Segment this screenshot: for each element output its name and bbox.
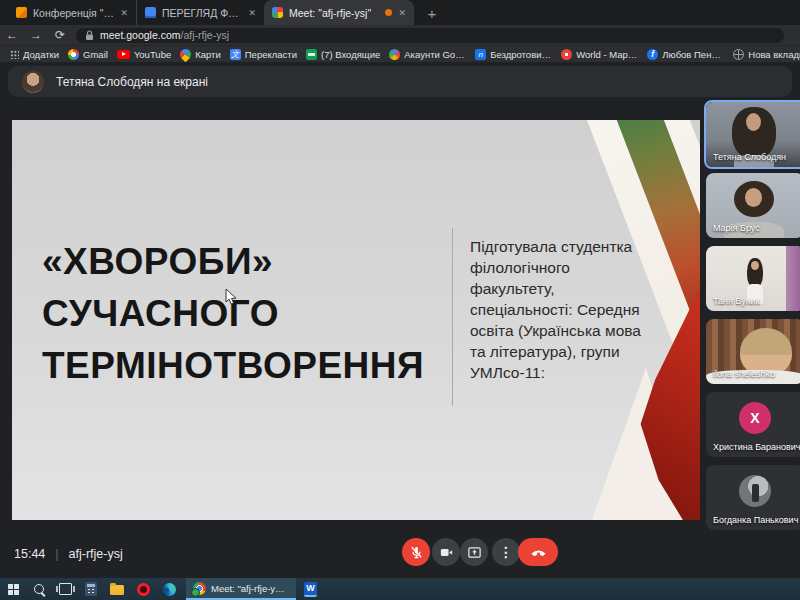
active-window-title: Meet: "afj-rfje-ysj" ... — [211, 583, 289, 594]
shared-presentation-slide: «ХВОРОБИ» СУЧАСНОГО ТЕРМІНОТВОРЕННЯ Підг… — [12, 120, 700, 520]
tab-conference[interactable]: Конференція "Мовна політика ✕ — [8, 0, 136, 25]
bookmark-maps[interactable]: Карти — [180, 49, 221, 60]
decor — [745, 188, 762, 207]
bookmark-youtube[interactable]: YouTube — [117, 49, 171, 60]
avatar — [739, 475, 771, 507]
url-host: meet.google.com — [100, 29, 181, 41]
task-view-button[interactable] — [52, 578, 78, 600]
word-app-button[interactable]: W — [304, 582, 317, 597]
desktop-screen: Конференція "Мовна політика ✕ ПЕРЕГЛЯД Ф… — [0, 0, 800, 600]
present-screen-icon — [467, 545, 482, 560]
bookmark-apps[interactable]: Додатки — [10, 49, 59, 60]
edge-browser-button[interactable] — [156, 578, 182, 600]
participant-tile-bogdanka[interactable]: Богданка Панькович — [706, 465, 800, 530]
forward-button[interactable]: → — [24, 28, 48, 42]
windows-taskbar: Meet: "afj-rfje-ysj" ... W — [0, 578, 800, 600]
more-options-icon: ⋮ — [499, 544, 513, 560]
decor — [746, 113, 761, 131]
meeting-code: afj-rfje-ysj — [69, 547, 123, 561]
participant-tile-tetyana[interactable]: Тетяна Слободян — [704, 100, 800, 169]
clock-time: 15:44 — [14, 547, 45, 561]
browser-toolbar: ← → ⟳ meet.google.com /afj-rfje-ysj — [0, 25, 800, 45]
mic-off-icon — [409, 545, 424, 560]
meet-favicon-icon — [272, 7, 283, 18]
participant-name: ilona sheleshko — [713, 369, 775, 379]
meeting-info: 15:44 | afj-rfje-ysj — [14, 547, 123, 561]
presenter-avatar — [22, 71, 44, 93]
task-view-icon — [59, 583, 72, 595]
participant-name: Марія Брус — [713, 223, 760, 233]
bookmarks-bar: Додатки Gmail YouTube Карти 文Перекласти … — [0, 45, 800, 62]
folder-icon — [110, 585, 124, 595]
presenter-banner: Тетяна Слободян на екрані — [8, 66, 792, 97]
participant-name: Христина Баранович — [713, 442, 800, 452]
opera-browser-button[interactable] — [130, 578, 156, 600]
participant-tile-ilona[interactable]: ilona sheleshko — [706, 319, 800, 384]
wireless-site-icon: n — [475, 49, 486, 60]
participant-tile-maria[interactable]: Марія Брус — [706, 173, 800, 238]
address-bar[interactable]: meet.google.com /afj-rfje-ysj — [76, 28, 784, 43]
taskbar-active-window-meet[interactable]: Meet: "afj-rfje-ysj" ... — [186, 578, 296, 600]
taskbar-search-button[interactable] — [26, 578, 52, 600]
start-button[interactable] — [0, 578, 26, 600]
reload-button[interactable]: ⟳ — [48, 28, 72, 42]
bookmark-world-map[interactable]: World - Map - Geo... — [561, 49, 638, 60]
participant-name: Богданка Панькович — [713, 515, 798, 525]
new-tab-button[interactable]: + — [420, 1, 444, 25]
bookmark-inbox[interactable]: (7) Входящие — [306, 49, 380, 60]
file-explorer-button[interactable] — [104, 578, 130, 600]
inbox-icon — [306, 49, 317, 60]
leave-call-button[interactable] — [518, 538, 558, 566]
bookmark-facebook[interactable]: fЛюбов Пена | Face... — [647, 49, 724, 60]
tab-close-icon[interactable]: ✕ — [248, 8, 256, 18]
tab-label: Конференція "Мовна політика — [33, 7, 114, 19]
tab-label: ПЕРЕГЛЯД ФАЙЛУ — [162, 7, 242, 19]
chrome-icon — [193, 582, 206, 595]
globe-icon — [733, 49, 744, 60]
participant-name: Таня Буник — [713, 296, 760, 306]
calculator-button[interactable] — [78, 578, 104, 600]
gmail-icon — [68, 49, 79, 60]
decor — [751, 261, 759, 270]
slide-byline: Підготувала студентка філологічного факу… — [470, 236, 658, 383]
back-button[interactable]: ← — [0, 28, 24, 42]
present-screen-button[interactable] — [460, 538, 488, 566]
bookmark-wireless[interactable]: nБездротовий АС м... — [475, 49, 552, 60]
meet-bottom-bar: 15:44 | afj-rfje-ysj ⋮ — [0, 530, 800, 578]
camera-icon — [439, 545, 454, 560]
tab-meet-active[interactable]: Meet: "afj-rfje-ysj" ✕ — [264, 0, 414, 25]
bookmark-translate[interactable]: 文Перекласти — [230, 49, 297, 60]
microphone-mute-button[interactable] — [402, 538, 430, 566]
document-favicon-icon — [145, 7, 156, 18]
more-options-button[interactable]: ⋮ — [492, 538, 520, 566]
presenter-banner-text: Тетяна Слободян на екрані — [56, 75, 208, 89]
avatar: X — [739, 402, 771, 434]
conference-favicon-icon — [16, 7, 27, 18]
camera-button[interactable] — [432, 538, 460, 566]
browser-tab-strip: Конференція "Мовна політика ✕ ПЕРЕГЛЯД Ф… — [0, 0, 800, 25]
bookmark-google-accounts[interactable]: Акаунти Google — [389, 49, 466, 60]
bookmark-new-tab[interactable]: Нова вкладка — [733, 49, 800, 60]
calculator-icon — [85, 582, 97, 596]
decor — [786, 246, 800, 311]
lock-icon — [85, 30, 94, 41]
bookmark-gmail[interactable]: Gmail — [68, 49, 108, 60]
tab-file-view[interactable]: ПЕРЕГЛЯД ФАЙЛУ ✕ — [136, 0, 264, 25]
media-in-use-indicator — [385, 9, 392, 16]
slide-title: «ХВОРОБИ» СУЧАСНОГО ТЕРМІНОТВОРЕННЯ — [42, 236, 424, 392]
tab-close-icon[interactable]: ✕ — [398, 8, 406, 18]
participant-tile-khrystyna[interactable]: X Христина Баранович — [706, 392, 800, 457]
participant-name: Тетяна Слободян — [713, 152, 786, 162]
youtube-icon — [117, 50, 130, 59]
participant-tile-tanya[interactable]: Таня Буник — [706, 246, 800, 311]
separator: | — [55, 547, 58, 561]
windows-logo-icon — [8, 584, 19, 595]
maps-pin-icon — [178, 46, 194, 62]
translate-icon: 文 — [230, 49, 241, 60]
tab-close-icon[interactable]: ✕ — [120, 8, 128, 18]
edge-icon — [163, 583, 176, 596]
map-pin-icon — [561, 49, 572, 60]
url-path: /afj-rfje-ysj — [181, 29, 229, 41]
facebook-icon: f — [647, 49, 658, 60]
slide-divider-line — [452, 228, 453, 406]
